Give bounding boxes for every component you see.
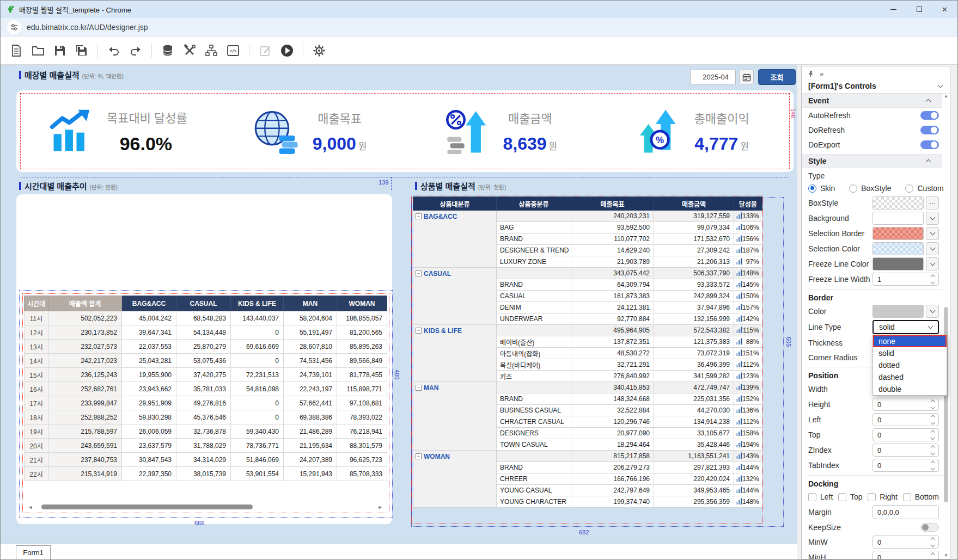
dropdown-option-dotted[interactable]: dotted [873, 359, 947, 371]
settings-gear-icon[interactable] [311, 42, 327, 59]
column-header-3[interactable]: 매출금액 [654, 197, 734, 211]
boxstyle-more-button[interactable]: ··· [926, 196, 939, 210]
new-document-icon[interactable] [8, 42, 25, 59]
redo-icon[interactable] [127, 42, 144, 59]
collapse-group-icon[interactable]: − [416, 270, 422, 276]
scrollbar-thumb[interactable] [41, 504, 253, 509]
collapse-panel-icon[interactable]: » [820, 70, 823, 78]
collapse-group-icon[interactable]: − [416, 385, 422, 391]
position-zindex-stepper[interactable]: 0 [872, 444, 939, 457]
selection-border-swatch[interactable] [872, 227, 924, 240]
spinner-down-icon[interactable] [931, 450, 935, 454]
column-header-1[interactable]: 상품중분류 [497, 197, 571, 211]
line-type-select[interactable]: solid [872, 320, 939, 334]
dropdown-option-dashed[interactable]: dashed [873, 371, 947, 383]
radio-custom[interactable]: Custom [905, 184, 943, 193]
close-button[interactable]: ✕ [932, 1, 957, 18]
code-editor-icon[interactable]: </> [225, 42, 241, 59]
radio-boxstyle[interactable]: BoxStyle [849, 184, 891, 193]
position-left-stepper[interactable]: 0 [872, 413, 939, 426]
column-header-5[interactable]: MAN [284, 296, 337, 311]
search-button[interactable]: 조회 [758, 69, 796, 85]
dock-left-checkbox[interactable]: Left [808, 493, 833, 501]
hourly-sales-table[interactable]: 시간대매출액 합계BAG&ACCCASUALKIDS & LIFEMANWOMA… [24, 296, 387, 481]
column-header-6[interactable]: WOMAN [337, 296, 387, 311]
product-sales-table[interactable]: 상품대분류상품중분류매출목표매출금액달성율−BAG&ACC240,203,231… [413, 196, 762, 508]
docking-minw-stepper[interactable]: 0 [872, 536, 939, 549]
doexport-toggle[interactable] [920, 140, 939, 149]
spinner-up-icon[interactable] [931, 446, 935, 450]
spinner-down-icon[interactable] [931, 542, 935, 546]
position-tabindex-stepper[interactable]: 0 [872, 459, 939, 472]
run-icon[interactable] [279, 42, 295, 59]
dropdown-option-solid[interactable]: solid [873, 347, 947, 359]
radio-skin[interactable]: Skin [808, 184, 835, 193]
background-dropdown-button[interactable] [926, 212, 939, 225]
spinner-up-icon[interactable] [931, 538, 935, 542]
column-header-1[interactable]: 매출액 합계 [48, 296, 122, 311]
spinner-up-icon[interactable] [931, 275, 935, 279]
position-height-stepper[interactable]: 0 [872, 398, 939, 411]
style-section-header[interactable]: Style [802, 154, 942, 168]
scroll-up-icon[interactable]: ▲ [943, 94, 949, 99]
freeze-line-width-stepper[interactable]: 1 [872, 273, 939, 286]
url-text[interactable]: edu.bimatrix.co.kr/AUD/designer.jsp [27, 23, 148, 32]
border-color-dropdown-button[interactable] [926, 305, 939, 318]
dock-right-checkbox[interactable]: Right [868, 493, 898, 501]
design-canvas[interactable]: 매장별 매출실적 (단위: %, 백만원) 2025-04 조회 목표대비 달성… [1, 65, 797, 544]
column-header-2[interactable]: BAG&ACC [122, 296, 176, 311]
scroll-right-icon[interactable]: ► [377, 504, 383, 510]
spinner-down-icon[interactable] [931, 465, 935, 470]
pin-icon[interactable] [807, 70, 814, 77]
column-header-4[interactable]: KIDS & LIFE [231, 296, 284, 311]
collapse-group-icon[interactable]: − [416, 453, 422, 459]
column-header-0[interactable]: 상품대분류 [413, 197, 497, 211]
dropdown-option-double[interactable]: double [873, 383, 947, 395]
spinner-up-icon[interactable] [931, 461, 935, 465]
scroll-left-icon[interactable]: ◄ [27, 504, 34, 510]
scroll-down-icon[interactable]: ▼ [943, 553, 949, 558]
boxstyle-swatch[interactable] [872, 196, 924, 210]
freeze-line-color-dropdown-button[interactable] [926, 257, 939, 270]
selection-border-dropdown-button[interactable] [926, 227, 939, 240]
collapse-group-icon[interactable]: − [416, 213, 422, 219]
minimize-button[interactable] [881, 1, 906, 18]
spinner-up-icon[interactable] [931, 430, 935, 435]
margin-input[interactable]: 0,0,0,0 [872, 505, 939, 519]
controls-header[interactable]: [Form1]'s Controls [802, 78, 950, 94]
spinner-down-icon[interactable] [931, 404, 935, 409]
panel-scrollbar[interactable]: ▲ ▼ [943, 94, 949, 558]
hourly-horizontal-scrollbar[interactable]: ◄ ► [27, 503, 383, 510]
spinner-down-icon[interactable] [931, 557, 935, 559]
spinner-down-icon[interactable] [931, 279, 935, 284]
open-folder-icon[interactable] [30, 42, 46, 59]
position-top-stepper[interactable]: 0 [872, 428, 939, 441]
spinner-up-icon[interactable] [931, 415, 935, 420]
keepsize-toggle[interactable] [920, 523, 939, 532]
selection-color-swatch[interactable] [872, 242, 924, 255]
spinner-up-icon[interactable] [931, 400, 935, 404]
selection-color-dropdown-button[interactable] [926, 242, 939, 255]
database-icon[interactable] [160, 42, 176, 59]
save-as-icon[interactable] [74, 42, 90, 59]
docking-minh-stepper[interactable]: 0 [872, 551, 939, 559]
spinner-down-icon[interactable] [931, 420, 935, 424]
maximize-button[interactable] [906, 1, 932, 18]
collapse-group-icon[interactable]: − [416, 328, 422, 334]
column-header-0[interactable]: 시간대 [25, 296, 48, 311]
kpi-panel[interactable]: 목표대비 달성률 96.0% 매출목표 9,000원 매출금액 8,639원 [16, 90, 794, 172]
freeze-line-color-swatch[interactable] [872, 257, 924, 270]
dorefresh-toggle[interactable] [920, 126, 939, 134]
column-header-3[interactable]: CASUAL [176, 296, 231, 311]
spinner-down-icon[interactable] [931, 435, 935, 439]
form-tab[interactable]: Form1 [16, 545, 51, 560]
url-bar[interactable]: edu.bimatrix.co.kr/AUD/designer.jsp [1, 18, 957, 36]
dock-bottom-checkbox[interactable]: Bottom [903, 493, 939, 501]
undo-icon[interactable] [106, 42, 122, 59]
hierarchy-icon[interactable] [203, 42, 219, 59]
site-settings-icon[interactable] [7, 20, 21, 34]
background-swatch[interactable] [872, 212, 924, 225]
tools-icon[interactable] [181, 42, 198, 59]
autorefresh-toggle[interactable] [920, 111, 939, 120]
dock-top-checkbox[interactable]: Top [838, 493, 863, 501]
